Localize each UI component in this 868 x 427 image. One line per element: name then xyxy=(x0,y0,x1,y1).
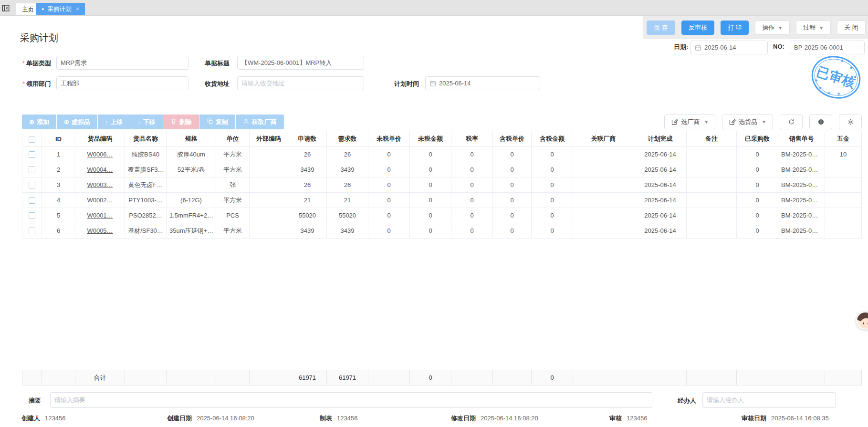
save-button[interactable]: 保 存 xyxy=(647,21,675,35)
collapse-sidebar-icon[interactable] xyxy=(1,4,10,12)
item-code-link[interactable]: W0006… xyxy=(87,151,113,158)
items-table: ID货品编码货品名称规格单位外部编码申请数需求数未税单价未税金额税率含税单价含税… xyxy=(22,131,862,239)
department-field[interactable] xyxy=(56,76,188,90)
item-code-cell: W0002… xyxy=(75,193,125,208)
doc-no-input[interactable] xyxy=(794,44,860,51)
column-header: 申请数 xyxy=(288,131,327,147)
address-input[interactable] xyxy=(241,80,360,87)
edit-icon xyxy=(729,118,736,125)
table-cell: 0 xyxy=(532,193,573,208)
operation-dropdown-button[interactable]: 操作▼ xyxy=(755,21,790,35)
row-checkbox[interactable] xyxy=(29,212,35,219)
table-cell: 0 xyxy=(410,162,451,177)
audit-info-item: 审核日期2025-06-14 16:08:35 xyxy=(742,414,829,423)
doc-type-input[interactable] xyxy=(61,59,184,66)
item-code-link[interactable]: W0003… xyxy=(87,181,113,188)
doc-date-input[interactable] xyxy=(704,44,763,51)
table-row: 6W0005…基材/SF30…35um压延铜+…平方米3439343900000… xyxy=(22,223,862,239)
delete-button[interactable]: 删除 xyxy=(163,115,199,129)
arrow-up-icon: ↑ xyxy=(105,118,108,125)
plan-time-input[interactable] xyxy=(439,80,536,87)
table-cell xyxy=(825,177,862,193)
item-code-link[interactable]: W0004… xyxy=(87,166,113,173)
process-dropdown-button[interactable]: 过程▼ xyxy=(796,21,831,35)
doc-title-field[interactable] xyxy=(237,56,364,70)
doc-title-input[interactable] xyxy=(241,59,360,66)
button-label: 删除 xyxy=(179,118,192,126)
row-checkbox[interactable] xyxy=(29,182,35,188)
select-all-checkbox[interactable] xyxy=(29,136,35,143)
item-code-link[interactable]: W0001… xyxy=(87,212,113,219)
table-cell: 0 xyxy=(410,208,451,223)
table-cell: 26 xyxy=(288,147,327,162)
add-button[interactable]: ⊕添加 xyxy=(22,115,57,129)
table-row: 4W0002…PTY1003-…(6-12G)平方米2121000002025-… xyxy=(22,193,862,208)
table-cell: PSO2852… xyxy=(125,208,167,223)
get-vendor-button[interactable]: 获取厂商 xyxy=(236,115,284,129)
select-vendor-dropdown-button[interactable]: 选厂商▼ xyxy=(664,115,715,129)
print-button[interactable]: 打 印 xyxy=(721,21,749,35)
plan-time-field[interactable] xyxy=(425,76,540,90)
column-header: 需求数 xyxy=(327,131,368,147)
operator-field[interactable] xyxy=(702,392,836,408)
table-cell: 0 xyxy=(368,223,410,239)
doc-type-field[interactable] xyxy=(56,56,188,70)
operator-input[interactable] xyxy=(707,396,832,404)
move-up-button[interactable]: ↑上移 xyxy=(98,115,131,129)
copy-button[interactable]: 复制 xyxy=(199,115,236,129)
required-asterisk: * xyxy=(22,60,25,67)
button-label: 下移 xyxy=(143,118,156,126)
info-button[interactable] xyxy=(809,115,832,129)
column-header: 已采购数 xyxy=(737,131,778,147)
item-code-link[interactable]: W0005… xyxy=(87,227,113,234)
move-down-button[interactable]: ↓下移 xyxy=(130,115,163,129)
virtual-item-button[interactable]: ⊕虚拟品 xyxy=(57,115,98,129)
item-code-link[interactable]: W0002… xyxy=(87,197,113,204)
row-checkbox[interactable] xyxy=(29,228,35,234)
table-cell: 0 xyxy=(368,162,410,177)
unapprove-button[interactable]: 反审核 xyxy=(681,21,714,35)
calendar-icon xyxy=(429,80,436,87)
doc-date-field[interactable] xyxy=(690,41,768,54)
department-input[interactable] xyxy=(61,80,184,87)
close-tab-icon[interactable]: × xyxy=(75,3,79,15)
table-cell xyxy=(825,193,862,208)
table-cell: 5 xyxy=(42,208,75,223)
table-cell xyxy=(250,177,288,193)
total-cell: 合计 xyxy=(75,370,125,385)
tab-purchase-plan[interactable]: ● 采购计划 × xyxy=(36,3,85,15)
row-checkbox[interactable] xyxy=(29,197,35,204)
audit-info-value: 2025-06-14 16:08:20 xyxy=(197,415,254,422)
address-field[interactable] xyxy=(237,76,364,90)
row-checkbox[interactable] xyxy=(29,167,35,173)
table-cell: 0 xyxy=(451,147,493,162)
table-cell xyxy=(573,162,634,177)
table-cell: 21 xyxy=(288,193,327,208)
table-cell: 平方米 xyxy=(216,162,250,177)
close-button[interactable]: 关 闭 xyxy=(837,21,866,35)
table-cell xyxy=(250,147,288,162)
settings-button[interactable] xyxy=(839,115,862,129)
doc-title-label: 单据标题 xyxy=(205,59,230,68)
calendar-icon xyxy=(695,44,701,51)
table-cell: (6-12G) xyxy=(167,193,216,208)
plan-time-label: 计划时间 xyxy=(394,80,419,88)
table-cell: 平方米 xyxy=(216,223,250,239)
table-cell: BM-2025-0… xyxy=(778,208,825,223)
assistant-avatar[interactable] xyxy=(856,312,868,330)
summary-field[interactable] xyxy=(50,392,652,408)
summary-input[interactable] xyxy=(54,396,648,404)
select-goods-dropdown-button[interactable]: 选货品▼ xyxy=(722,115,773,129)
item-code-cell: W0003… xyxy=(75,177,125,193)
column-header: 货品名称 xyxy=(125,131,167,147)
table-cell: 0 xyxy=(410,193,451,208)
item-code-cell: W0006… xyxy=(75,147,125,162)
row-checkbox[interactable] xyxy=(29,151,35,158)
refresh-button[interactable] xyxy=(780,115,803,129)
button-label: 获取厂商 xyxy=(252,118,277,126)
total-cell xyxy=(687,370,737,385)
table-cell: 黄色无卤F… xyxy=(125,177,167,193)
tab-purchase-plan-label: 采购计划 xyxy=(47,3,71,15)
table-cell: 张 xyxy=(216,177,250,193)
table-cell xyxy=(167,177,216,193)
